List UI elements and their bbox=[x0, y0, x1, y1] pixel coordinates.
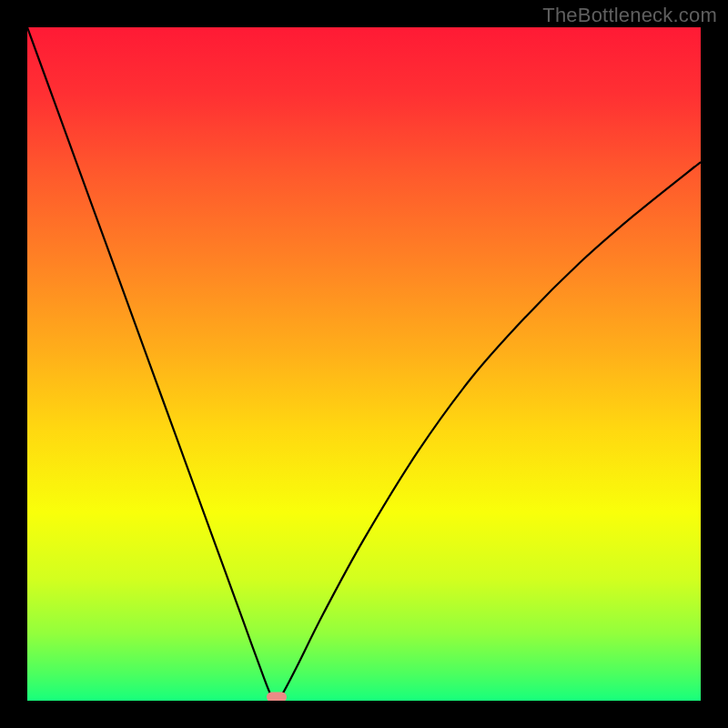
plot-area bbox=[27, 27, 701, 701]
bottleneck-curve bbox=[27, 27, 701, 701]
watermark-text: TheBottleneck.com bbox=[542, 4, 717, 27]
minimum-marker bbox=[267, 693, 287, 701]
chart-frame: TheBottleneck.com bbox=[0, 0, 728, 728]
curve-layer bbox=[27, 27, 701, 701]
